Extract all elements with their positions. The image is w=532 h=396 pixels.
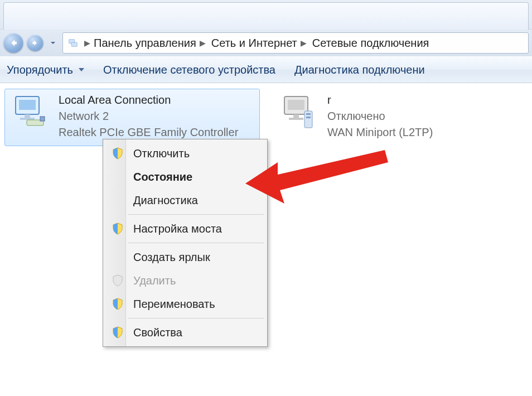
ctx-item-rename[interactable]: Переименовать — [104, 292, 266, 316]
svg-rect-14 — [306, 117, 311, 118]
connection-texts: Local Area Connection Network 2 Realtek … — [59, 93, 238, 140]
context-menu-separator — [128, 243, 264, 243]
ctx-label: Диагностика — [133, 194, 198, 207]
breadcrumb-label: Сетевые подключения — [312, 37, 429, 50]
ctx-label: Удалить — [133, 274, 176, 287]
blank-icon — [110, 169, 125, 185]
context-menu-separator — [128, 214, 264, 215]
ctx-item-delete: Удалить — [104, 269, 266, 292]
breadcrumb-item-1[interactable]: Сеть и Интернет▶ — [209, 33, 309, 53]
svg-rect-1 — [71, 42, 77, 46]
chevron-right-icon: ▶ — [200, 38, 206, 47]
ctx-label: Переименовать — [133, 298, 215, 311]
organize-label: Упорядочить — [7, 64, 73, 76]
uac-shield-disabled-icon — [110, 273, 125, 288]
blank-icon — [110, 249, 125, 265]
diagnose-connection-button[interactable]: Диагностика подключени — [294, 64, 425, 76]
uac-shield-icon — [110, 221, 125, 236]
address-bar-row: ▶ Панель управления▶ Сеть и Интернет▶ Се… — [0, 30, 532, 56]
breadcrumb-bar[interactable]: ▶ Панель управления▶ Сеть и Интернет▶ Се… — [62, 32, 529, 54]
svg-rect-11 — [289, 118, 303, 120]
connection-device: WAN Miniport (L2TP) — [327, 125, 433, 140]
svg-rect-9 — [288, 100, 304, 110]
blank-icon — [110, 192, 125, 208]
breadcrumb-label: Сеть и Интернет — [211, 37, 297, 50]
context-menu-separator — [128, 318, 264, 318]
chevron-right-icon: ▶ — [301, 38, 307, 47]
ctx-label: Создать ярлык — [133, 251, 210, 264]
window-frame — [3, 2, 529, 32]
network-adapter-disabled-icon — [277, 93, 322, 133]
uac-shield-icon — [110, 296, 125, 312]
diagnose-label: Диагностика подключени — [294, 64, 425, 76]
ctx-item-status[interactable]: Состояние — [104, 165, 266, 189]
svg-rect-3 — [19, 100, 36, 110]
nav-back-button[interactable] — [3, 33, 23, 53]
ctx-item-properties[interactable]: Свойства — [104, 321, 266, 344]
svg-rect-10 — [293, 114, 299, 118]
connection-texts: r Отключено WAN Miniport (L2TP) — [327, 93, 433, 140]
svg-rect-5 — [20, 118, 35, 120]
context-menu: Отключить Состояние Диагностика Настройк… — [103, 139, 268, 347]
window-titlebar-area — [0, 0, 532, 30]
ctx-item-create-shortcut[interactable]: Создать ярлык — [104, 245, 266, 269]
ctx-label: Свойства — [133, 326, 182, 339]
connections-list: Local Area Connection Network 2 Realtek … — [4, 89, 528, 146]
ctx-label: Состояние — [133, 171, 192, 183]
connection-device: Realtek PCIe GBE Family Controller — [59, 125, 238, 140]
breadcrumb-item-2[interactable]: Сетевые подключения — [310, 33, 432, 53]
nav-forward-button[interactable] — [27, 35, 43, 51]
svg-rect-7 — [40, 117, 45, 121]
connection-status: Network 2 — [59, 109, 238, 124]
content-pane: Local Area Connection Network 2 Realtek … — [0, 83, 532, 396]
ctx-label: Отключить — [133, 147, 190, 160]
context-menu-items: Отключить Состояние Диагностика Настройк… — [104, 142, 266, 344]
dropdown-triangle-icon — [79, 68, 84, 71]
chevron-right-icon: ▶ — [84, 38, 90, 47]
connection-name: Local Area Connection — [59, 93, 238, 108]
connection-item-r[interactable]: r Отключено WAN Miniport (L2TP) — [273, 89, 462, 146]
breadcrumb-item-0[interactable]: Панель управления▶ — [91, 33, 208, 53]
svg-rect-4 — [25, 114, 30, 118]
ctx-item-diagnose[interactable]: Диагностика — [104, 189, 266, 212]
command-bar: Упорядочить Отключение сетевого устройст… — [0, 56, 532, 83]
nav-history-dropdown[interactable] — [47, 33, 59, 53]
disable-device-button[interactable]: Отключение сетевого устройства — [103, 64, 275, 76]
uac-shield-icon — [110, 325, 125, 340]
connection-status: Отключено — [327, 109, 433, 124]
connection-name: r — [327, 93, 433, 108]
svg-rect-13 — [306, 113, 311, 115]
ctx-item-disable[interactable]: Отключить — [104, 142, 266, 165]
disable-device-label: Отключение сетевого устройства — [103, 64, 275, 76]
ctx-label: Настройка моста — [133, 223, 222, 235]
network-adapter-enabled-icon — [8, 93, 53, 133]
connection-item-local-area[interactable]: Local Area Connection Network 2 Realtek … — [4, 89, 260, 146]
organize-menu-button[interactable]: Упорядочить — [7, 64, 84, 76]
uac-shield-icon — [110, 146, 125, 161]
network-connections-window: ▶ Панель управления▶ Сеть и Интернет▶ Се… — [0, 0, 532, 396]
ctx-item-bridge[interactable]: Настройка моста — [104, 217, 266, 240]
breadcrumb-label: Панель управления — [94, 37, 196, 50]
network-location-icon — [66, 36, 80, 50]
